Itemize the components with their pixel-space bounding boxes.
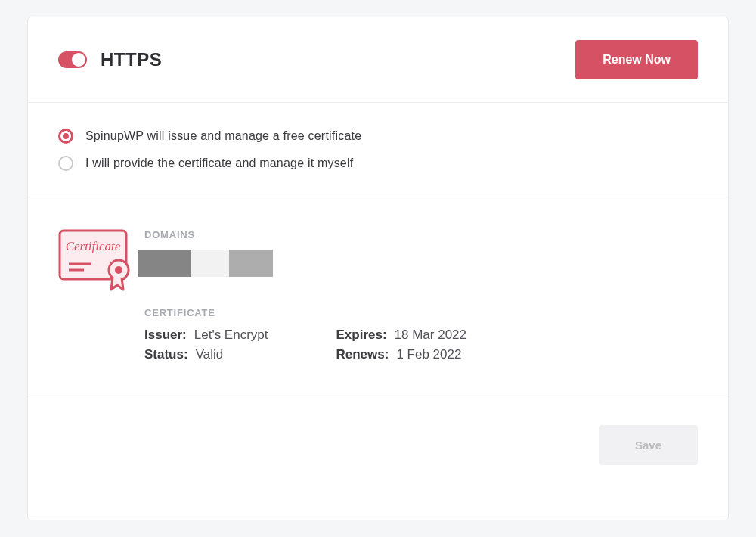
status-label: Status: [144,347,188,362]
certificate-heading: CERTIFICATE [144,307,698,318]
option-self-label: I will provide the certificate and manag… [85,157,353,170]
page-title: HTTPS [101,49,162,70]
renews-row: Renews: 1 Feb 2022 [336,347,466,362]
https-toggle[interactable] [58,51,87,68]
radio-dot [63,133,69,139]
header-left: HTTPS [58,49,162,70]
certificate-section: Certificate DOMAINS CERTIFICATE Issuer: [28,197,728,399]
option-managed[interactable]: SpinupWP will issue and manage a free ce… [58,129,698,144]
redacted-block [191,250,229,277]
certificate-col-left: Issuer: Let's Encrypt Status: Valid [144,327,268,362]
toggle-knob [72,53,85,67]
domains-heading: DOMAINS [144,229,698,241]
certificate-options: SpinupWP will issue and manage a free ce… [28,103,728,197]
expires-value: 18 Mar 2022 [395,327,466,343]
option-self[interactable]: I will provide the certificate and manag… [58,156,698,171]
radio-unselected-icon [58,156,73,171]
option-managed-label: SpinupWP will issue and manage a free ce… [85,129,361,143]
card-header: HTTPS Renew Now [28,17,728,103]
https-settings-card: HTTPS Renew Now SpinupWP will issue and … [27,17,729,520]
expires-label: Expires: [336,327,386,343]
issuer-row: Issuer: Let's Encrypt [144,327,268,343]
svg-point-4 [115,266,122,274]
status-row: Status: Valid [144,347,268,362]
expires-row: Expires: 18 Mar 2022 [336,327,466,343]
radio-selected-icon [58,129,73,144]
status-value: Valid [196,347,224,362]
certificate-icon: Certificate [58,228,134,362]
renew-button[interactable]: Renew Now [575,40,698,79]
certificate-icon-text: Certificate [66,239,121,253]
certificate-info-grid: Issuer: Let's Encrypt Status: Valid Expi… [144,327,698,362]
card-footer: Save [28,399,728,491]
certificate-details: DOMAINS CERTIFICATE Issuer: Let's Encryp… [144,228,698,362]
save-button[interactable]: Save [599,425,698,465]
redacted-block [138,250,191,277]
redacted-block [229,250,273,277]
issuer-label: Issuer: [144,327,187,343]
issuer-value: Let's Encrypt [194,327,268,343]
domains-value-redacted [138,250,698,277]
renews-value: 1 Feb 2022 [396,347,461,362]
certificate-col-right: Expires: 18 Mar 2022 Renews: 1 Feb 2022 [336,327,466,362]
renews-label: Renews: [336,347,389,362]
